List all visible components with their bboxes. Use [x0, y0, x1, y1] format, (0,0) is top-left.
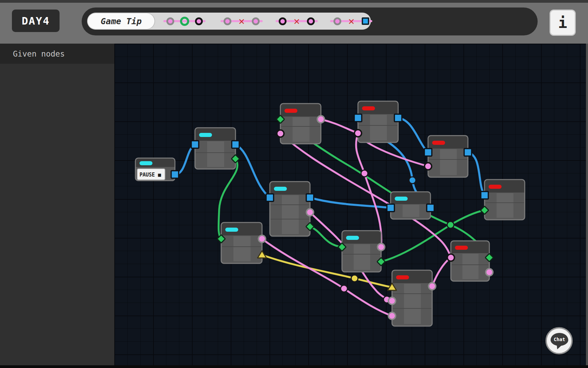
circle-gray-icon — [252, 17, 260, 25]
pause-button-label: PAUSE ■ — [140, 172, 161, 178]
node-d[interactable] — [428, 136, 468, 177]
node-pause[interactable]: PAUSE ■ — [135, 158, 175, 181]
tip-rule-4: ✕ — [328, 13, 374, 30]
edge-blue-6[interactable] — [468, 152, 485, 195]
game-tip-bar: Game Tip ✕✕✕ — [87, 13, 371, 30]
port-blue-square-f[interactable] — [266, 194, 274, 201]
node-inner-panel — [496, 193, 513, 218]
given-nodes-header: Given nodes — [0, 44, 114, 64]
port-blue-square-f[interactable] — [306, 194, 314, 201]
x-icon: ✕ — [347, 17, 356, 26]
edge-junction-dot-green[interactable] — [447, 221, 454, 228]
node-cyan-pill — [199, 133, 212, 137]
port-blue-square-d[interactable] — [464, 149, 472, 156]
port-blue-square-a[interactable] — [232, 141, 239, 148]
port-pink-circle-k[interactable] — [429, 283, 436, 290]
x-icon: ✕ — [237, 17, 246, 26]
port-blue-square-d[interactable] — [424, 149, 432, 156]
node-red-pill — [432, 141, 445, 145]
port-pink-circle-k[interactable] — [389, 297, 396, 305]
node-red-pill — [284, 109, 297, 113]
circle-gray-icon — [166, 17, 174, 25]
edge-junction-dot-pink[interactable] — [341, 285, 347, 292]
node-inner-panel — [282, 195, 299, 234]
node-inner-panel — [462, 254, 478, 279]
circle-black-icon — [279, 17, 287, 25]
edge-pink-14[interactable] — [356, 133, 381, 247]
port-pink-circle-c[interactable] — [355, 130, 362, 137]
node-red-pill — [455, 246, 468, 250]
canvas-right-edge — [586, 44, 588, 365]
given-nodes-panel[interactable]: Given nodes — [0, 44, 114, 365]
circle-black-icon — [307, 17, 315, 25]
node-f[interactable] — [270, 182, 310, 236]
game-screen: DAY4 Game Tip ✕✕✕ i PAUSE ■ Given nodes … — [0, 0, 588, 368]
node-inner-panel — [293, 117, 310, 142]
tip-rule-1 — [161, 13, 208, 30]
node-inner-panel — [207, 141, 224, 167]
chat-label: Chat — [554, 337, 565, 342]
node-cyan-pill — [140, 161, 152, 165]
node-g[interactable] — [391, 192, 430, 219]
node-inner-panel — [403, 205, 419, 217]
info-button[interactable]: i — [550, 10, 576, 36]
tip-rule-2: ✕ — [218, 13, 265, 30]
game-tip-shell: Game Tip ✕✕✕ — [82, 7, 538, 35]
port-pink-circle-f[interactable] — [307, 209, 314, 216]
node-cyan-pill — [274, 187, 287, 191]
circle-gray-icon — [224, 17, 231, 25]
node-inner-panel — [354, 244, 370, 270]
node-i[interactable] — [342, 231, 381, 272]
port-pink-circle-d[interactable] — [425, 163, 432, 170]
circle-gray-icon — [333, 17, 341, 25]
port-blue-square-g[interactable] — [427, 204, 434, 212]
port-blue-square-a[interactable] — [191, 141, 199, 148]
graph-svg: PAUSE ■ — [114, 44, 588, 368]
edge-pink-12[interactable] — [321, 119, 358, 133]
port-blue-square-e[interactable] — [481, 191, 488, 199]
node-graph-canvas[interactable]: PAUSE ■ — [114, 44, 588, 368]
port-pink-circle-j[interactable] — [447, 254, 455, 261]
edge-blue-3[interactable] — [310, 198, 391, 208]
edge-junction-dot-blue[interactable] — [409, 177, 416, 184]
edge-blue-2[interactable] — [235, 144, 270, 198]
port-blue-square-c[interactable] — [394, 114, 402, 122]
port-blue-square-pause[interactable] — [171, 171, 179, 178]
port-pink-circle-j[interactable] — [486, 269, 493, 276]
edge-junction-dot-pink[interactable] — [361, 170, 368, 177]
port-pink-circle-h[interactable] — [259, 235, 266, 243]
node-cyan-pill — [346, 236, 359, 240]
port-pink-circle-b[interactable] — [317, 116, 325, 123]
port-blue-square-c[interactable] — [354, 114, 362, 122]
square-blue-icon — [362, 17, 369, 25]
nodes-layer: PAUSE ■ — [135, 101, 525, 326]
node-b[interactable] — [280, 104, 321, 144]
chat-button[interactable]: Chat — [545, 327, 573, 354]
edge-blue-5[interactable] — [398, 118, 428, 152]
tip-rule-3: ✕ — [274, 13, 320, 30]
chat-bubble-tail — [555, 343, 562, 350]
port-blue-square-g[interactable] — [387, 204, 394, 212]
node-red-pill — [362, 106, 375, 110]
edge-pink-16[interactable] — [432, 258, 451, 286]
node-e[interactable] — [485, 180, 525, 220]
node-cyan-pill — [395, 197, 408, 201]
x-icon: ✕ — [292, 17, 301, 26]
node-inner-panel — [404, 284, 421, 324]
edge-blue-1[interactable] — [175, 144, 195, 174]
node-j[interactable] — [451, 241, 489, 281]
node-k[interactable] — [392, 270, 432, 326]
toolbar: DAY4 Game Tip ✕✕✕ i — [0, 3, 588, 44]
node-cyan-pill — [225, 228, 238, 232]
port-pink-circle-i[interactable] — [378, 244, 385, 251]
node-h[interactable] — [221, 223, 262, 263]
top-strip — [0, 0, 588, 3]
node-c[interactable] — [358, 101, 398, 142]
port-pink-circle-b[interactable] — [277, 130, 284, 137]
circle-black-icon — [195, 17, 203, 25]
chat-bubble-icon: Chat — [551, 333, 568, 346]
port-pink-circle-k[interactable] — [389, 312, 396, 320]
node-a[interactable] — [195, 128, 235, 169]
game-tip-title: Game Tip — [88, 13, 154, 29]
edge-junction-dot-yellow[interactable] — [351, 275, 358, 282]
